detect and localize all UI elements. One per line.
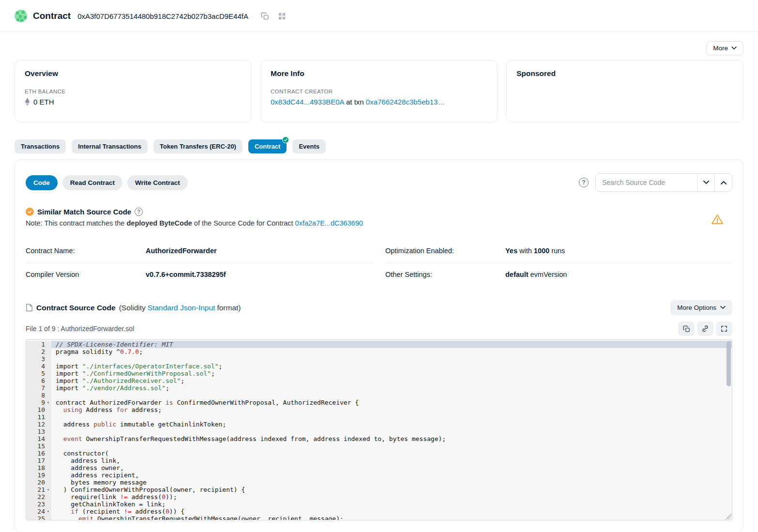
help-icon[interactable]: ? [135,208,143,216]
code-line: 9▾contract AuthorizedForwarder is Confir… [26,399,732,406]
copy-icon [261,12,269,20]
copy-address-button[interactable] [259,10,271,22]
help-icon[interactable]: ? [579,178,589,187]
tab-token-transfers[interactable]: Token Transfers (ERC-20) [153,139,243,153]
creator-address-link[interactable]: 0x83dC44...4933BE0A [271,98,344,106]
code-line: 24▾ if (recipient != address(0)) { [26,508,732,515]
code-line: 23 getChainlinkToken = link; [26,501,732,508]
fullscreen-button[interactable] [716,321,732,336]
code-line: 14 event OwnershipTransferRequestedWithM… [26,435,732,442]
other-settings-label: Other Settings: [385,271,505,278]
code-view: 1// SPDX-License-Identifier: MIT2pragma … [26,340,732,520]
creation-txn-link[interactable]: 0xa7662428c3b5eb13… [366,98,445,106]
line-number-gutter: 15 [26,442,51,450]
contract-identicon-avatar [15,10,27,22]
fold-arrow-icon[interactable]: ▾ [45,508,51,515]
code-line: 21▾ ) ConfirmedOwnerWithProposal(owner, … [26,486,732,493]
code-line: 10 using Address for address; [26,406,732,413]
copy-source-button[interactable] [678,321,695,336]
eth-balance-value: 0 ETH [33,98,54,106]
code-line: 13 [26,428,732,435]
other-settings-row: Other Settings: default evmVersion [385,263,732,287]
search-prev-button[interactable] [714,174,732,191]
permalink-button[interactable] [697,321,713,336]
line-number-gutter: 1 [26,341,51,348]
line-number-gutter: 4 [26,363,51,370]
fold-arrow-icon[interactable]: ▾ [45,399,51,406]
qr-code-button[interactable] [276,10,288,22]
read-contract-tab[interactable]: Read Contract [62,175,122,190]
fold-arrow-icon[interactable]: ▾ [45,486,51,493]
address-tabs: Transactions Internal Transactions Token… [15,139,743,153]
similar-match-section: Similar Match Source Code ? Note: This c… [26,208,732,227]
other-settings-value: default evmVersion [505,271,567,278]
file-info: File 1 of 9 : AuthorizedForwarder.sol [26,325,134,333]
json-input-link[interactable]: Standard Json-Input [148,304,215,312]
more-options-button[interactable]: More Options [670,300,732,315]
eth-balance-label: ETH BALANCE [25,89,242,94]
code-line: 7import "./vendor/Address.sol"; [26,384,732,392]
contract-name-value: AuthorizedForwarder [146,247,217,255]
note-prefix: Note: This contract matches the [26,219,126,227]
actions-row: More [15,41,743,55]
code-line: 6import "./AuthorizedReceiver.sol"; [26,377,732,384]
code-line: 5import "./ConfirmedOwnerWithProposal.so… [26,370,732,377]
optimization-label: Optimization Enabled: [385,247,505,255]
line-number-gutter: 19 [26,471,51,479]
line-number-gutter: 6 [26,377,51,384]
contract-name-label: Contract Name: [26,247,146,255]
match-check-icon [26,208,34,216]
contract-name-row: Contract Name: AuthorizedForwarder [26,240,373,263]
source-code-editor[interactable]: 1// SPDX-License-Identifier: MIT2pragma … [26,339,732,520]
matched-contract-link[interactable]: 0xfa2a7E...dC363690 [295,219,363,227]
line-number-gutter: 9▾ [26,399,51,406]
note-mid: of the Source Code for Contract [192,219,295,227]
code-scrollbar-thumb[interactable] [727,341,731,386]
line-number-gutter: 13 [26,428,51,435]
link-icon [701,325,709,333]
chevron-down-icon [720,306,726,309]
optimization-row: Optimization Enabled: Yes with 1000 runs [385,240,732,263]
line-number-gutter: 23 [26,501,51,508]
more-button[interactable]: More [706,41,743,55]
similar-match-title: Similar Match Source Code [37,208,131,216]
line-number-gutter: 8 [26,392,51,399]
tab-events[interactable]: Events [292,139,326,153]
code-line: 18 address owner, [26,464,732,471]
contract-meta-grid: Contract Name: AuthorizedForwarder Optim… [26,240,732,287]
code-line: 4import "./interfaces/OperatorInterface.… [26,363,732,370]
at-txn-text: at txn [344,98,366,106]
line-number-gutter: 11 [26,413,51,421]
line-number-gutter: 24▾ [26,508,51,515]
code-line: 1// SPDX-License-Identifier: MIT [26,341,732,348]
chevron-up-icon [721,181,727,184]
code-action-buttons [678,321,732,336]
tab-transactions[interactable]: Transactions [15,139,66,153]
heading-post: format) [217,304,241,312]
tab-contract[interactable]: Contract [248,139,287,153]
line-number-gutter: 3 [26,355,51,363]
chevron-down-icon [703,181,709,184]
compiler-version-row: Compiler Version v0.7.6+commit.7338295f [26,263,373,287]
line-number-gutter: 2 [26,348,51,355]
code-tab[interactable]: Code [26,175,58,190]
chevron-down-icon [731,46,737,50]
code-line: 17 address link, [26,457,732,464]
write-contract-tab[interactable]: Write Contract [127,175,188,190]
code-line: 16 constructor( [26,450,732,457]
code-line: 12 address public immutable getChainlink… [26,421,732,428]
tab-internal-transactions[interactable]: Internal Transactions [72,139,148,153]
source-code-title: Contract Source Code [36,304,116,312]
search-next-button[interactable] [697,174,714,191]
line-number-gutter: 25 [26,515,51,520]
copy-icon [683,325,690,333]
page-title: Contract [33,11,71,21]
resize-handle[interactable] [726,514,731,519]
heading-pre: (Solidity [119,304,146,312]
warning-triangle-icon[interactable] [711,213,724,225]
line-number-gutter: 16 [26,450,51,457]
code-line: 8 [26,392,732,399]
search-source-input[interactable] [596,174,697,191]
expand-icon [721,325,728,332]
sponsored-card: Sponsored [506,60,743,122]
